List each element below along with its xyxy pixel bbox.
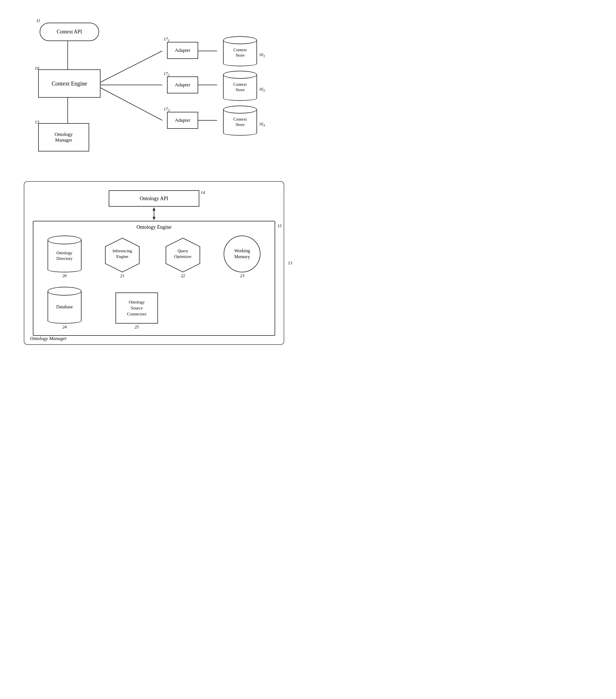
top-diagram: Context API 11 Context Engine 10 Ontolog… [17, 11, 291, 170]
svg-line-2 [98, 51, 162, 83]
svg-text:Optimizer: Optimizer [174, 254, 192, 259]
ontology-source-connectors: OntologySourceConnectors 25 [116, 292, 158, 330]
adapter-3-ref: 173 [163, 107, 170, 113]
api-engine-arrow [33, 207, 275, 221]
ontology-manager-top: Ontology Manager [38, 123, 89, 151]
context-store-1: ContextStore [223, 36, 257, 66]
svg-marker-10 [153, 217, 155, 220]
ontology-manager-box-ref: 13 [288, 261, 292, 266]
ontology-engine-label: Ontology Engine [136, 224, 172, 230]
context-engine: Context Engine [38, 69, 101, 98]
ontology-api-ref: 14 [201, 190, 205, 195]
ontology-api: Ontology API [109, 190, 199, 207]
ontology-manager-footer-label: Ontology Manager [30, 336, 67, 341]
adapter-2: Adapter [167, 77, 198, 93]
database-ref: 24 [63, 325, 67, 330]
context-engine-ref: 10 [35, 66, 39, 71]
svg-text:Engine: Engine [116, 254, 129, 259]
query-optimizer: Query Optimizer 22 [163, 237, 203, 278]
context-store-2-ref: 162 [259, 87, 265, 93]
engine-row-1: OntologyDirectory 20 Inferencing Engine … [39, 236, 269, 278]
context-store-3: ContextStore [223, 106, 257, 135]
context-api-ref: 11 [36, 18, 40, 23]
ontology-engine-ref: 15 [277, 224, 282, 228]
bottom-diagram: Ontology Manager 13 Ontology API 14 Onto… [24, 181, 284, 345]
inferencing-engine: Inferencing Engine 21 [103, 237, 142, 278]
query-optimizer-ref: 22 [181, 274, 185, 278]
svg-text:Inferencing: Inferencing [113, 249, 132, 253]
engine-row-2: Database 24 OntologySourceConnectors 25 [39, 287, 269, 330]
context-store-1-ref: 161 [259, 52, 265, 58]
svg-line-4 [98, 86, 162, 120]
adapter-1: Adapter [167, 42, 198, 59]
inferencing-engine-ref: 21 [120, 274, 124, 278]
working-memory: WorkingMemory 23 [224, 236, 260, 278]
database: Database 24 [48, 287, 81, 330]
ontology-manager-box: Ontology Manager 13 Ontology API 14 Onto… [24, 181, 284, 345]
context-store-2: ContextStore [223, 71, 257, 101]
adapter-3: Adapter [167, 112, 198, 129]
ontology-source-connectors-ref: 25 [135, 325, 139, 330]
ontology-engine-box: Ontology Engine 15 OntologyDirectory 20 [33, 221, 275, 336]
svg-marker-9 [153, 207, 155, 211]
ontology-directory: OntologyDirectory 20 [48, 236, 81, 278]
adapter-2-ref: 172 [163, 71, 170, 77]
ontology-directory-ref: 20 [62, 274, 67, 278]
ontology-manager-top-ref: 13 [35, 120, 39, 124]
working-memory-ref: 23 [240, 274, 244, 278]
context-api: Context API [40, 23, 99, 41]
svg-text:Query: Query [178, 249, 188, 253]
context-store-3-ref: 163 [259, 122, 265, 128]
adapter-1-ref: 171 [163, 37, 170, 43]
